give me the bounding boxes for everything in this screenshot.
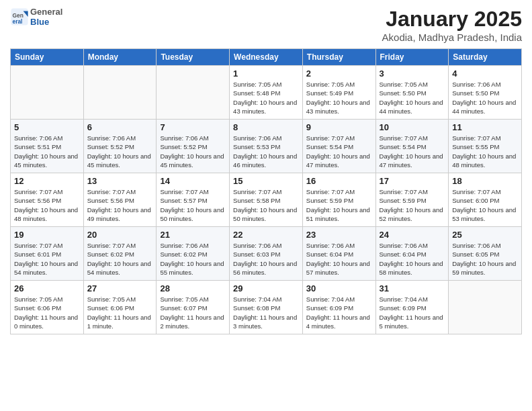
logo: Gen eral General Blue <box>10 7 62 27</box>
day-cell <box>11 66 84 120</box>
logo-general: General <box>30 7 62 17</box>
day-number: 25 <box>452 230 518 240</box>
day-number: 7 <box>160 122 226 132</box>
day-detail: Sunrise: 7:07 AM Sunset: 5:59 PM Dayligh… <box>380 187 445 223</box>
col-saturday: Saturday <box>449 49 522 66</box>
header: Gen eral General Blue January 2025 Akodi… <box>10 7 522 43</box>
day-detail: Sunrise: 7:06 AM Sunset: 5:53 PM Dayligh… <box>233 134 299 169</box>
day-detail: Sunrise: 7:07 AM Sunset: 5:54 PM Dayligh… <box>306 134 372 169</box>
day-cell: 3Sunrise: 7:05 AM Sunset: 5:50 PM Daylig… <box>375 66 449 120</box>
title-month: January 2025 <box>382 7 522 32</box>
day-number: 13 <box>87 176 153 186</box>
day-cell <box>157 66 230 120</box>
week-row-1: 5Sunrise: 7:06 AM Sunset: 5:51 PM Daylig… <box>11 120 522 173</box>
day-detail: Sunrise: 7:07 AM Sunset: 5:54 PM Dayligh… <box>380 134 445 169</box>
day-detail: Sunrise: 7:06 AM Sunset: 5:51 PM Dayligh… <box>14 134 80 169</box>
day-detail: Sunrise: 7:06 AM Sunset: 6:04 PM Dayligh… <box>380 241 445 277</box>
day-number: 15 <box>233 176 299 186</box>
day-number: 11 <box>452 122 518 132</box>
day-cell: 15Sunrise: 7:07 AM Sunset: 5:58 PM Dayli… <box>230 173 303 227</box>
day-detail: Sunrise: 7:07 AM Sunset: 5:56 PM Dayligh… <box>14 187 80 223</box>
day-cell: 18Sunrise: 7:07 AM Sunset: 6:00 PM Dayli… <box>449 173 522 227</box>
day-detail: Sunrise: 7:06 AM Sunset: 5:52 PM Dayligh… <box>160 134 226 169</box>
day-detail: Sunrise: 7:05 AM Sunset: 5:50 PM Dayligh… <box>380 80 445 116</box>
calendar-body: 1Sunrise: 7:05 AM Sunset: 5:48 PM Daylig… <box>11 66 522 334</box>
day-number: 8 <box>233 122 299 132</box>
day-cell: 23Sunrise: 7:06 AM Sunset: 6:04 PM Dayli… <box>302 227 375 281</box>
day-number: 1 <box>233 68 299 79</box>
calendar-header: Sunday Monday Tuesday Wednesday Thursday… <box>11 49 522 66</box>
day-detail: Sunrise: 7:07 AM Sunset: 6:00 PM Dayligh… <box>452 187 518 223</box>
day-cell: 9Sunrise: 7:07 AM Sunset: 5:54 PM Daylig… <box>302 120 375 173</box>
title-block: January 2025 Akodia, Madhya Pradesh, Ind… <box>382 7 522 43</box>
day-number: 16 <box>306 176 372 186</box>
day-cell: 6Sunrise: 7:06 AM Sunset: 5:52 PM Daylig… <box>83 120 157 173</box>
day-cell <box>83 66 157 120</box>
day-number: 29 <box>233 283 299 293</box>
day-cell: 17Sunrise: 7:07 AM Sunset: 5:59 PM Dayli… <box>375 173 449 227</box>
day-number: 5 <box>14 122 80 132</box>
day-number: 26 <box>14 283 80 293</box>
day-cell: 2Sunrise: 7:05 AM Sunset: 5:49 PM Daylig… <box>302 66 375 120</box>
day-cell: 21Sunrise: 7:06 AM Sunset: 6:02 PM Dayli… <box>157 227 230 281</box>
day-number: 28 <box>160 283 226 293</box>
day-cell: 25Sunrise: 7:06 AM Sunset: 6:05 PM Dayli… <box>449 227 522 281</box>
day-detail: Sunrise: 7:06 AM Sunset: 6:05 PM Dayligh… <box>452 241 518 277</box>
day-cell: 27Sunrise: 7:05 AM Sunset: 6:06 PM Dayli… <box>83 281 157 334</box>
day-detail: Sunrise: 7:07 AM Sunset: 5:55 PM Dayligh… <box>452 134 518 169</box>
day-cell: 8Sunrise: 7:06 AM Sunset: 5:53 PM Daylig… <box>230 120 303 173</box>
day-number: 17 <box>380 176 445 186</box>
col-friday: Friday <box>375 49 449 66</box>
col-wednesday: Wednesday <box>230 49 303 66</box>
week-row-3: 19Sunrise: 7:07 AM Sunset: 6:01 PM Dayli… <box>11 227 522 281</box>
day-cell: 13Sunrise: 7:07 AM Sunset: 5:56 PM Dayli… <box>83 173 157 227</box>
day-detail: Sunrise: 7:06 AM Sunset: 6:03 PM Dayligh… <box>233 241 299 277</box>
day-detail: Sunrise: 7:07 AM Sunset: 6:01 PM Dayligh… <box>14 241 80 277</box>
logo-blue: Blue <box>30 17 49 27</box>
day-number: 6 <box>87 122 153 132</box>
day-cell: 1Sunrise: 7:05 AM Sunset: 5:48 PM Daylig… <box>230 66 303 120</box>
day-cell: 5Sunrise: 7:06 AM Sunset: 5:51 PM Daylig… <box>11 120 84 173</box>
day-number: 4 <box>452 68 518 79</box>
day-number: 21 <box>160 230 226 240</box>
day-number: 27 <box>87 283 153 293</box>
day-number: 2 <box>306 68 372 79</box>
day-number: 3 <box>380 68 445 79</box>
col-tuesday: Tuesday <box>157 49 230 66</box>
day-cell <box>449 281 522 334</box>
day-number: 9 <box>306 122 372 132</box>
day-detail: Sunrise: 7:05 AM Sunset: 6:07 PM Dayligh… <box>160 295 226 330</box>
day-cell: 29Sunrise: 7:04 AM Sunset: 6:08 PM Dayli… <box>230 281 303 334</box>
day-detail: Sunrise: 7:05 AM Sunset: 5:48 PM Dayligh… <box>233 80 299 116</box>
day-detail: Sunrise: 7:04 AM Sunset: 6:09 PM Dayligh… <box>380 295 445 330</box>
week-row-2: 12Sunrise: 7:07 AM Sunset: 5:56 PM Dayli… <box>11 173 522 227</box>
header-row: Sunday Monday Tuesday Wednesday Thursday… <box>11 49 522 66</box>
calendar: Sunday Monday Tuesday Wednesday Thursday… <box>10 48 522 334</box>
logo-icon: Gen eral <box>10 7 29 26</box>
day-cell: 7Sunrise: 7:06 AM Sunset: 5:52 PM Daylig… <box>157 120 230 173</box>
day-cell: 10Sunrise: 7:07 AM Sunset: 5:54 PM Dayli… <box>375 120 449 173</box>
week-row-4: 26Sunrise: 7:05 AM Sunset: 6:06 PM Dayli… <box>11 281 522 334</box>
day-cell: 4Sunrise: 7:06 AM Sunset: 5:50 PM Daylig… <box>449 66 522 120</box>
day-cell: 16Sunrise: 7:07 AM Sunset: 5:59 PM Dayli… <box>302 173 375 227</box>
day-cell: 20Sunrise: 7:07 AM Sunset: 6:02 PM Dayli… <box>83 227 157 281</box>
day-cell: 14Sunrise: 7:07 AM Sunset: 5:57 PM Dayli… <box>157 173 230 227</box>
day-number: 31 <box>380 283 445 293</box>
day-cell: 12Sunrise: 7:07 AM Sunset: 5:56 PM Dayli… <box>11 173 84 227</box>
day-detail: Sunrise: 7:06 AM Sunset: 6:02 PM Dayligh… <box>160 241 226 277</box>
day-number: 12 <box>14 176 80 186</box>
day-detail: Sunrise: 7:07 AM Sunset: 5:57 PM Dayligh… <box>160 187 226 223</box>
day-cell: 28Sunrise: 7:05 AM Sunset: 6:07 PM Dayli… <box>157 281 230 334</box>
day-detail: Sunrise: 7:05 AM Sunset: 6:06 PM Dayligh… <box>87 295 153 330</box>
col-thursday: Thursday <box>302 49 375 66</box>
col-monday: Monday <box>83 49 157 66</box>
day-detail: Sunrise: 7:06 AM Sunset: 6:04 PM Dayligh… <box>306 241 372 277</box>
day-number: 14 <box>160 176 226 186</box>
day-cell: 24Sunrise: 7:06 AM Sunset: 6:04 PM Dayli… <box>375 227 449 281</box>
day-detail: Sunrise: 7:07 AM Sunset: 5:58 PM Dayligh… <box>233 187 299 223</box>
day-detail: Sunrise: 7:06 AM Sunset: 5:52 PM Dayligh… <box>87 134 153 169</box>
day-detail: Sunrise: 7:04 AM Sunset: 6:09 PM Dayligh… <box>306 295 372 330</box>
day-number: 24 <box>380 230 445 240</box>
col-sunday: Sunday <box>11 49 84 66</box>
day-detail: Sunrise: 7:07 AM Sunset: 5:59 PM Dayligh… <box>306 187 372 223</box>
